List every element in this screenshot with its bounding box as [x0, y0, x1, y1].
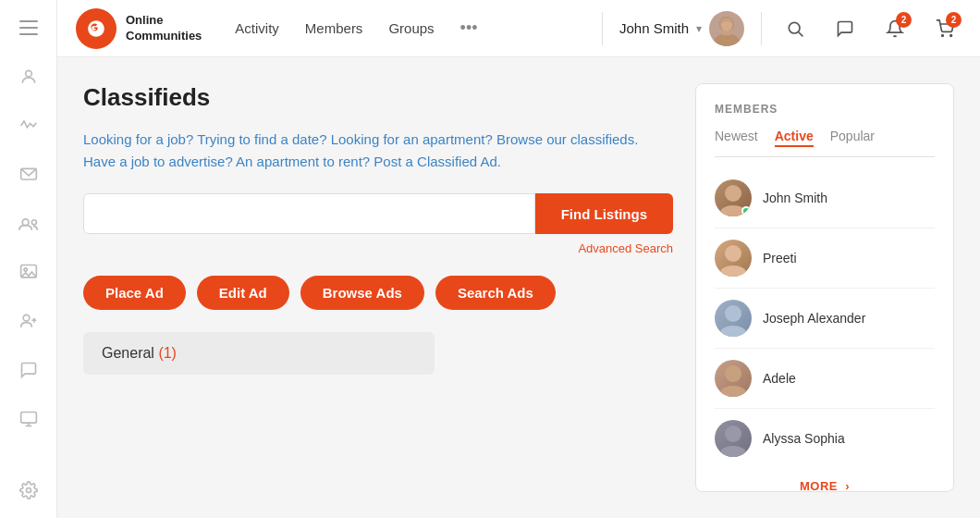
avatar [715, 360, 752, 397]
logo[interactable]: Online Communities [76, 8, 202, 49]
cart-button[interactable]: 2 [928, 12, 962, 45]
nav-more-icon[interactable]: ••• [460, 18, 478, 38]
settings-icon[interactable] [14, 476, 43, 503]
svg-point-5 [22, 219, 29, 226]
list-item[interactable]: Preeti [715, 232, 935, 284]
panel-title: MEMBERS [715, 103, 935, 116]
avatar [715, 179, 752, 216]
svg-rect-0 [19, 20, 38, 22]
search-ads-button[interactable]: Search Ads [435, 276, 556, 310]
cart-badge: 2 [946, 12, 962, 28]
member-name: Alyssa Sophia [763, 431, 845, 446]
member-name: Preeti [763, 251, 797, 265]
member-name: John Smith [763, 191, 827, 205]
svg-rect-2 [19, 33, 38, 35]
tab-newest[interactable]: Newest [715, 129, 758, 147]
svg-rect-12 [20, 412, 36, 423]
svg-line-21 [799, 31, 803, 36]
member-name: Joseph Alexander [763, 311, 865, 326]
category-name: General [102, 345, 154, 361]
svg-point-9 [23, 315, 30, 322]
profile-icon[interactable] [14, 64, 43, 91]
svg-point-29 [720, 326, 746, 337]
place-ad-button[interactable]: Place Ad [83, 276, 186, 310]
avatar [715, 300, 752, 337]
content-area: Classifieds Looking for a job? Trying to… [57, 57, 980, 518]
header-divider2 [761, 12, 762, 45]
category-item[interactable]: General (1) [83, 332, 435, 375]
edit-ad-button[interactable]: Edit Ad [197, 276, 289, 310]
browse-ads-button[interactable]: Browse Ads [300, 276, 424, 310]
search-row: Find Listings [83, 193, 673, 234]
divider [715, 288, 935, 289]
online-indicator [741, 206, 751, 216]
svg-point-27 [720, 265, 746, 277]
logo-text: Online Communities [126, 13, 202, 44]
chevron-right-icon: › [845, 479, 850, 492]
more-button[interactable]: MORE › [800, 479, 850, 492]
friends-icon[interactable] [14, 308, 43, 335]
header-divider [602, 12, 603, 45]
user-menu[interactable]: John Smith ▾ [619, 11, 744, 46]
divider [715, 408, 935, 409]
nav-groups[interactable]: Groups [388, 20, 434, 36]
menu-icon[interactable] [14, 15, 43, 42]
media-icon[interactable] [14, 259, 43, 286]
category-count: (1) [158, 345, 177, 361]
avatar [709, 11, 744, 46]
list-item[interactable]: Adele [715, 352, 935, 404]
header: Online Communities Activity Members Grou… [57, 0, 980, 57]
svg-point-22 [942, 34, 944, 36]
search-input[interactable] [83, 193, 535, 234]
svg-rect-1 [19, 27, 38, 29]
list-item[interactable]: Alyssa Sophia [715, 413, 935, 464]
members-tabs: Newest Active Popular [715, 129, 935, 157]
chevron-down-icon: ▾ [696, 22, 702, 35]
page-title: Classifieds [83, 83, 673, 112]
svg-point-33 [720, 446, 746, 457]
svg-point-28 [725, 305, 741, 322]
screen-icon[interactable] [14, 405, 43, 432]
tab-popular[interactable]: Popular [830, 129, 875, 147]
user-name: John Smith [619, 20, 689, 36]
list-item[interactable]: Joseph Alexander [715, 292, 935, 344]
svg-point-31 [720, 386, 746, 397]
right-panel: MEMBERS Newest Active Popular John Smith [695, 83, 954, 492]
avatar [715, 240, 752, 277]
description-text: Looking for a job? Trying to find a date… [83, 129, 673, 173]
groups-icon[interactable] [14, 210, 43, 237]
nav-activity[interactable]: Activity [235, 20, 279, 36]
avatar [715, 420, 752, 457]
svg-point-17 [714, 33, 740, 46]
search-button[interactable] [778, 12, 812, 45]
messages-icon[interactable] [14, 161, 43, 188]
svg-point-6 [31, 219, 36, 224]
action-buttons: Place Ad Edit Ad Browse Ads Search Ads [83, 276, 673, 310]
chat-icon[interactable] [14, 357, 43, 384]
more-link[interactable]: MORE › [715, 477, 935, 492]
advanced-search-link[interactable]: Advanced Search [83, 241, 673, 255]
svg-point-26 [725, 245, 741, 262]
svg-point-3 [25, 71, 31, 78]
notification-badge: 2 [896, 12, 912, 28]
sidebar [0, 0, 57, 518]
member-name: Adele [763, 371, 796, 386]
tab-active[interactable]: Active [775, 129, 814, 147]
svg-point-24 [725, 185, 741, 202]
find-listings-button[interactable]: Find Listings [535, 193, 673, 234]
logo-icon [76, 8, 116, 49]
nav-members[interactable]: Members [305, 20, 363, 36]
svg-point-30 [725, 365, 741, 382]
activity-icon[interactable] [14, 113, 43, 140]
divider [715, 348, 935, 349]
svg-point-15 [26, 487, 31, 492]
notifications-button[interactable]: 2 [878, 12, 912, 45]
nav-links: Activity Members Groups ••• [235, 18, 587, 38]
list-item[interactable]: John Smith [715, 172, 935, 224]
header-right: John Smith ▾ 2 2 [602, 11, 962, 46]
svg-point-32 [725, 426, 741, 442]
divider [715, 228, 935, 228]
main-wrap: Online Communities Activity Members Grou… [57, 0, 980, 518]
messages-button[interactable] [828, 12, 862, 45]
svg-point-23 [950, 34, 952, 36]
